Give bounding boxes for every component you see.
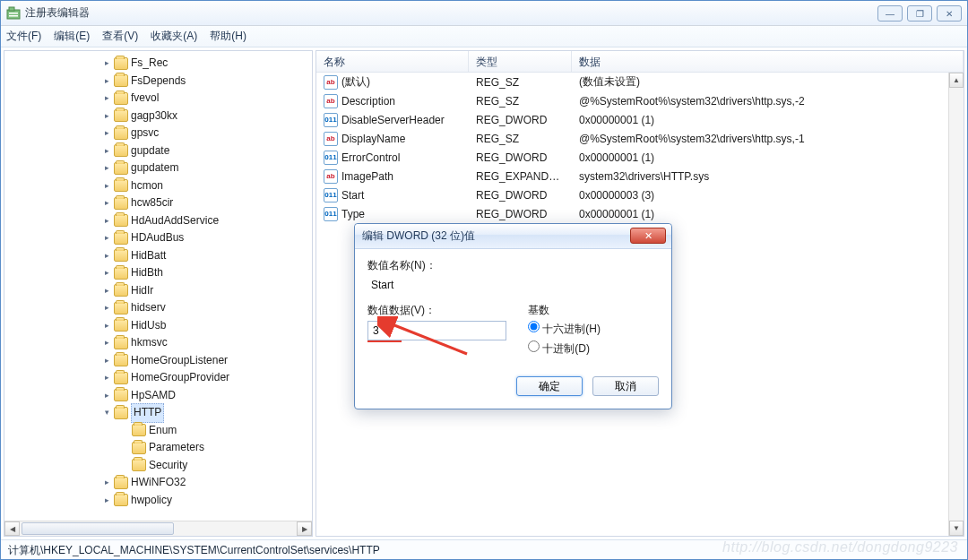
menu-view[interactable]: 查看(V) <box>102 29 138 44</box>
expand-icon[interactable]: ▸ <box>101 495 112 505</box>
expand-icon[interactable]: ▸ <box>101 268 112 279</box>
folder-icon <box>114 92 128 105</box>
value-type: REG_DWORD <box>469 189 572 202</box>
tree-node-hcmon[interactable]: ▸hcmon <box>12 177 312 195</box>
tree-node-enum[interactable]: Enum <box>12 422 312 440</box>
base-label: 基数 <box>528 303 601 318</box>
menu-bar: 文件(F) 编辑(E) 查看(V) 收藏夹(A) 帮助(H) <box>1 26 967 47</box>
tree-node-hpsamd[interactable]: ▸HpSAMD <box>12 387 312 405</box>
maximize-button[interactable]: ❐ <box>907 5 932 22</box>
scroll-up-icon[interactable]: ▲ <box>949 73 964 88</box>
collapse-icon[interactable]: ▾ <box>101 408 112 418</box>
menu-edit[interactable]: 编辑(E) <box>54 29 90 44</box>
tree-label: gagp30kx <box>131 108 177 125</box>
tree-node-hcw85cir[interactable]: ▸hcw85cir <box>12 194 312 212</box>
expand-icon[interactable]: ▸ <box>101 373 112 383</box>
expand-icon[interactable]: ▸ <box>101 320 112 331</box>
expand-icon[interactable]: ▸ <box>101 163 112 174</box>
tree-node-gagp30kx[interactable]: ▸gagp30kx <box>12 108 312 125</box>
value-data-input[interactable] <box>367 321 506 340</box>
tree-node-homegroupprovider[interactable]: ▸HomeGroupProvider <box>12 369 312 387</box>
value-name: Description <box>341 95 395 108</box>
tree-node-hdaudbus[interactable]: ▸HDAudBus <box>12 229 312 247</box>
string-value-icon: ab <box>324 132 338 146</box>
table-row[interactable]: 011StartREG_DWORD0x00000003 (3) <box>316 185 964 204</box>
tree-node-hdaudaddservice[interactable]: ▸HdAudAddService <box>12 212 312 230</box>
tree-node-hidserv[interactable]: ▸hidserv <box>12 299 312 317</box>
tree-label: HomeGroupProvider <box>131 369 229 387</box>
expand-icon[interactable]: ▸ <box>101 145 112 156</box>
expand-icon[interactable]: ▸ <box>101 93 112 104</box>
list-v-scrollbar[interactable]: ▲ ▼ <box>948 73 964 536</box>
expand-icon[interactable]: ▸ <box>101 215 112 226</box>
expand-icon[interactable]: ▸ <box>101 338 112 349</box>
expand-icon[interactable]: ▸ <box>101 355 112 366</box>
scroll-left-icon[interactable]: ◀ <box>4 521 20 536</box>
value-name-field <box>367 276 659 294</box>
tree-node-hwinfo32[interactable]: ▸HWiNFO32 <box>12 474 312 492</box>
scroll-thumb[interactable] <box>22 522 174 535</box>
dialog-close-button[interactable]: ✕ <box>630 228 666 244</box>
tree-node-hidbatt[interactable]: ▸HidBatt <box>12 247 312 265</box>
tree-node-http[interactable]: ▾HTTP <box>12 404 312 422</box>
tree-node-fvevol[interactable]: ▸fvevol <box>12 90 312 108</box>
tree-node-fsdepends[interactable]: ▸FsDepends <box>12 73 312 90</box>
col-header-type[interactable]: 类型 <box>469 51 572 72</box>
tree-node-security[interactable]: Security <box>12 457 312 475</box>
expand-icon[interactable]: ▸ <box>101 198 112 209</box>
close-button[interactable]: ✕ <box>937 5 962 22</box>
folder-icon <box>114 267 128 280</box>
value-type: REG_SZ <box>469 95 572 108</box>
table-row[interactable]: ab(默认)REG_SZ(数值未设置) <box>316 73 964 91</box>
radix-dec-radio[interactable]: 十进制(D) <box>528 340 601 357</box>
value-data: system32\drivers\HTTP.sys <box>572 170 964 183</box>
tree-node-hidbth[interactable]: ▸HidBth <box>12 264 312 282</box>
value-name: ImagePath <box>341 170 393 183</box>
window-title: 注册表编辑器 <box>25 5 90 21</box>
col-header-data[interactable]: 数据 <box>572 51 964 72</box>
col-header-name[interactable]: 名称 <box>316 51 469 72</box>
menu-file[interactable]: 文件(F) <box>6 29 41 44</box>
expand-icon[interactable]: ▸ <box>101 390 112 401</box>
minimize-button[interactable]: — <box>877 5 903 22</box>
expand-icon[interactable]: ▸ <box>101 478 112 488</box>
menu-help[interactable]: 帮助(H) <box>210 29 246 44</box>
ok-button[interactable]: 确定 <box>516 376 583 396</box>
tree-h-scrollbar[interactable]: ◀ ▶ <box>4 521 312 536</box>
tree-node-hwpolicy[interactable]: ▸hwpolicy <box>12 492 312 510</box>
table-row[interactable]: 011DisableServerHeaderREG_DWORD0x0000000… <box>316 110 964 129</box>
expand-icon[interactable]: ▸ <box>101 233 112 244</box>
value-data-label: 数值数据(V)： <box>367 303 506 318</box>
tree-node-gupdate[interactable]: ▸gupdate <box>12 142 312 160</box>
scroll-down-icon[interactable]: ▼ <box>949 521 964 536</box>
menu-favorites[interactable]: 收藏夹(A) <box>151 29 197 44</box>
expand-icon[interactable]: ▸ <box>101 128 112 139</box>
radix-hex-radio[interactable]: 十六进制(H) <box>528 321 601 337</box>
tree-node-hidusb[interactable]: ▸HidUsb <box>12 317 312 335</box>
expand-icon[interactable]: ▸ <box>101 75 112 86</box>
expand-icon[interactable]: ▸ <box>101 110 112 121</box>
table-row[interactable]: 011TypeREG_DWORD0x00000001 (1) <box>316 204 964 223</box>
tree-node-parameters[interactable]: Parameters <box>12 439 312 457</box>
table-row[interactable]: abDescriptionREG_SZ@%SystemRoot%\system3… <box>316 91 964 110</box>
table-row[interactable]: abImagePathREG_EXPAND_SZsystem32\drivers… <box>316 167 964 185</box>
value-type: REG_SZ <box>469 76 572 89</box>
expand-icon[interactable]: ▸ <box>101 58 112 69</box>
expand-icon[interactable]: ▸ <box>101 180 112 191</box>
value-name: Type <box>341 208 365 220</box>
scroll-right-icon[interactable]: ▶ <box>297 521 312 536</box>
table-row[interactable]: 011ErrorControlREG_DWORD0x00000001 (1) <box>316 148 964 167</box>
table-row[interactable]: abDisplayNameREG_SZ@%SystemRoot%\system3… <box>316 129 964 148</box>
expand-icon[interactable]: ▸ <box>101 250 112 261</box>
tree-label: HidBth <box>131 264 163 282</box>
expand-icon[interactable]: ▸ <box>101 303 112 314</box>
tree-node-homegrouplistener[interactable]: ▸HomeGroupListener <box>12 352 312 370</box>
expand-icon[interactable]: ▸ <box>101 285 112 296</box>
tree-node-hidir[interactable]: ▸HidIr <box>12 282 312 300</box>
cancel-button[interactable]: 取消 <box>592 376 659 396</box>
dialog-title-bar[interactable]: 编辑 DWORD (32 位)值 ✕ <box>355 224 671 249</box>
tree-node-gpsvc[interactable]: ▸gpsvc <box>12 125 312 142</box>
tree-node-fs_rec[interactable]: ▸Fs_Rec <box>12 55 312 73</box>
tree-node-hkmsvc[interactable]: ▸hkmsvc <box>12 334 312 352</box>
tree-node-gupdatem[interactable]: ▸gupdatem <box>12 159 312 177</box>
